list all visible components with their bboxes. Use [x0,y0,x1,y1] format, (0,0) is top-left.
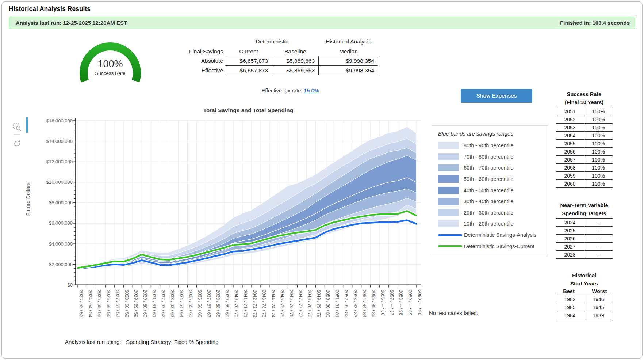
svg-text:2045 / 75 / 75: 2045 / 75 / 75 [280,290,285,317]
worst-year-cell: 1945 [584,303,613,311]
svg-text:2054 / 84 / 84: 2054 / 84 / 84 [362,290,367,317]
tax-rate-link[interactable]: 15.0% [304,88,319,94]
effective-median-value: $9,998,354 [318,65,378,75]
band-swatch [438,164,459,171]
year-cell: 2058 [556,164,584,172]
svg-text:2023 / 53 / 53: 2023 / 53 / 53 [78,290,84,317]
year-cell: 2027 [556,243,584,251]
col-header-current: Current [225,46,272,56]
effective-current-value: $6,657,873 [225,65,272,75]
table-row: 2054100% [556,132,613,140]
legend-note: Blue bands are savings ranges [438,130,548,137]
table-row: 2059100% [556,172,613,180]
svg-text:2031 / 61 / 61: 2031 / 61 / 61 [152,290,157,317]
svg-text:2058 / -- / 88: 2058 / -- / 88 [398,290,403,315]
svg-text:2034 / 64 / 64: 2034 / 64 / 64 [179,290,184,317]
svg-text:Future Dollars: Future Dollars [25,182,31,216]
chart-legend: Blue bands are savings ranges 80th - 90t… [432,125,548,256]
svg-text:2059 / -- / 89: 2059 / -- / 89 [407,290,413,315]
legend-item-70-80[interactable]: 70th - 80th percentile [438,151,548,163]
svg-text:2042 / 72 / 72: 2042 / 72 / 72 [252,290,257,317]
band-swatch [438,198,459,205]
svg-text:$2,000,000: $2,000,000 [49,262,73,267]
year-cell: 2057 [556,156,584,164]
table-row: 2027- [556,243,613,251]
target-cell: - [584,251,613,259]
year-cell: 2052 [556,115,584,124]
no-test-cases-failed-text: No test cases failed. [429,310,478,316]
table-row: 2051100% [556,107,613,115]
table-row: 19821946 [556,295,613,303]
tax-rate-prefix: Effective tax rate: [262,88,304,94]
historical-start-years-table: Historical Start Years Best Worst 198219… [553,272,615,319]
svg-text:2025 / 55 / 55: 2025 / 55 / 55 [97,290,102,317]
table-row: 2058100% [556,164,613,172]
success-rate-title-line1: Success Rate [553,90,615,98]
legend-item-deterministic-analysis[interactable]: Deterministic Savings-Analysis [438,230,548,241]
legend-item-60-70[interactable]: 60th - 70th percentile [438,162,548,174]
year-cell: 2026 [556,235,584,243]
rate-cell: 100% [584,148,613,156]
total-savings-chart[interactable]: $0$2,000,000$4,000,000$6,000,000$8,000,0… [9,103,427,337]
near-term-title-line2: Spending Targets [553,209,615,217]
start-years-title-line1: Historical [553,272,615,280]
rate-cell: 100% [584,115,613,124]
table-row: 2056100% [556,148,613,156]
year-cell: 2025 [556,227,584,235]
svg-text:2052 / 82 / 82: 2052 / 82 / 82 [344,290,349,317]
start-years-grid: 19821946 19851945 19841939 [556,295,613,319]
year-cell: 2028 [556,251,584,259]
legend-item-40-50[interactable]: 40th - 50th percentile [438,185,548,196]
line-swatch [438,234,462,236]
final-savings-table: Deterministic Historical Analysis Final … [184,37,378,75]
svg-text:2044 / 74 / 74: 2044 / 74 / 74 [271,290,276,317]
table-row: 2055100% [556,140,613,148]
best-column-header: Best [553,288,584,294]
legend-item-80-90[interactable]: 80th - 90th percentile [438,140,548,151]
svg-text:2046 / 76 / 76: 2046 / 76 / 76 [289,290,294,317]
svg-text:2032 / 62 / 62: 2032 / 62 / 62 [161,290,166,317]
year-cell: 2056 [556,148,584,156]
absolute-median-value: $9,998,354 [318,56,378,66]
svg-text:2024 / 54 / 54: 2024 / 54 / 54 [88,290,93,317]
col-header-baseline: Baseline [272,46,319,56]
svg-text:2040 / 70 / 70: 2040 / 70 / 70 [234,290,239,317]
table-row: 2024- [556,219,613,227]
success-rate-grid: 2051100% 2052100% 2053100% 2054100% 2055… [556,107,613,188]
table-row: 2052100% [556,115,613,124]
page-title: Historical Analysis Results [9,5,91,13]
near-term-title-line1: Near-Term Variable [553,201,615,209]
svg-text:2048 / 78 / 78: 2048 / 78 / 78 [307,290,312,317]
band-swatch [438,220,459,227]
legend-item-deterministic-current[interactable]: Deterministic Savings-Current [438,240,548,252]
table-row: 2026- [556,235,613,243]
effective-tax-rate-note: Effective tax rate: 15.0% [226,88,354,94]
svg-text:Total Savings and Total Spendi: Total Savings and Total Spending [203,107,294,113]
near-term-grid: 2024- 2025- 2026- 2027- 2028- [556,218,613,259]
svg-text:$10,000,000: $10,000,000 [46,179,73,185]
gauge-label: Success Rate [95,71,125,76]
legend-item-50-60[interactable]: 50th - 60th percentile [438,174,548,185]
rate-cell: 100% [584,156,613,164]
year-cell: 2054 [556,132,584,140]
svg-text:2053 / 83 / 83: 2053 / 83 / 83 [353,290,358,317]
start-years-title-line2: Start Years [553,280,615,288]
line-swatch [438,245,462,247]
legend-item-30-40[interactable]: 30th - 40th percentile [438,196,548,207]
success-rate-title-line2: (Final 10 Years) [553,98,615,106]
svg-text:2060 / -- / 90: 2060 / -- / 90 [417,290,422,315]
svg-text:2030 / 60 / 60: 2030 / 60 / 60 [142,290,147,317]
near-term-spending-table: Near-Term Variable Spending Targets 2024… [553,201,615,259]
band-swatch [438,142,459,149]
gauge-value: 100% [97,58,123,69]
best-worst-header: Best Worst [553,288,615,294]
show-expenses-button[interactable]: Show Expenses [461,89,532,103]
legend-item-20-30[interactable]: 20th - 30th percentile [438,207,548,219]
svg-text:2033 / 63 / 63: 2033 / 63 / 63 [170,290,175,317]
svg-text:2036 / 66 / 66: 2036 / 66 / 66 [197,290,202,317]
legend-item-10-20[interactable]: 10th - 20th percentile [438,218,548,230]
table-row: 2028- [556,251,613,259]
svg-text:$0: $0 [68,282,73,288]
rate-cell: 100% [584,132,613,140]
absolute-baseline-value: $5,869,663 [272,56,319,66]
